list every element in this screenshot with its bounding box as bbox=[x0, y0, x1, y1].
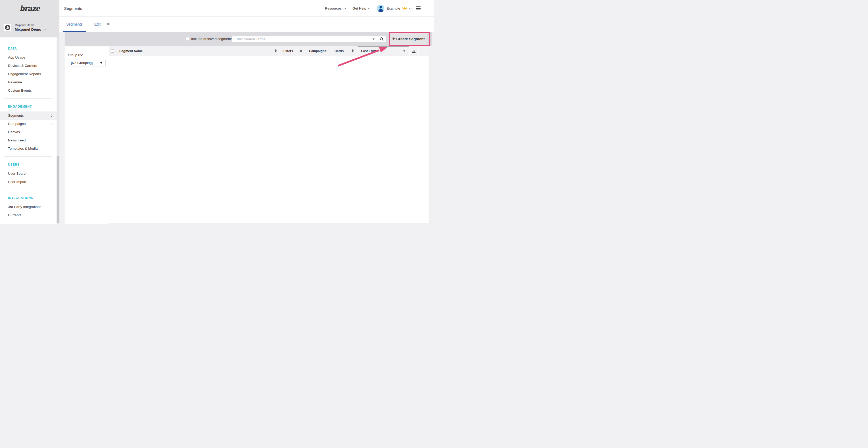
divider bbox=[4, 98, 53, 99]
sort-icon[interactable] bbox=[300, 49, 302, 53]
resources-menu[interactable]: Resources bbox=[325, 6, 346, 10]
top-bar-right: Resources Get Help Example bbox=[325, 0, 421, 17]
sidebar-item-segments[interactable]: Segments bbox=[0, 111, 57, 120]
segments-toolbar: Include archived segments + Create Segme… bbox=[65, 32, 432, 46]
workspace-text: Mixpanel Demo Mixpanel Demo bbox=[15, 24, 45, 32]
sidebar-item-3rd-party-integrations[interactable]: 3rd Party Integrations bbox=[0, 203, 57, 211]
sort-direction-caret-icon[interactable] bbox=[403, 50, 405, 52]
sidebar-item-label: Campaigns bbox=[8, 122, 26, 126]
avatar[interactable] bbox=[377, 5, 384, 12]
workspace-name: Mixpanel Demo bbox=[15, 27, 41, 32]
section-items: Segments Campaigns Canvas News Feed Temp… bbox=[0, 111, 57, 153]
analytics-chart-icon[interactable] bbox=[412, 49, 416, 54]
column-header-last-edited[interactable]: Last Edited bbox=[361, 46, 378, 56]
resources-label: Resources bbox=[325, 6, 342, 10]
tab-segments[interactable]: Segments bbox=[63, 17, 86, 32]
column-separator bbox=[409, 46, 410, 56]
sidebar-item-custom-events[interactable]: Custom Events bbox=[0, 87, 57, 95]
column-header-filters[interactable]: Filters bbox=[283, 46, 293, 56]
page-title: Segments bbox=[64, 0, 82, 17]
column-separator bbox=[279, 46, 280, 56]
sort-icon[interactable] bbox=[275, 49, 277, 53]
sidebar-item-campaigns[interactable]: Campaigns bbox=[0, 120, 57, 128]
sidebar-item-user-search[interactable]: User Search bbox=[0, 170, 57, 178]
column-separator bbox=[332, 46, 333, 56]
sidebar-item-devices-carriers[interactable]: Devices & Carriers bbox=[0, 62, 57, 70]
get-help-menu[interactable]: Get Help bbox=[352, 6, 370, 10]
tab-edit-test[interactable]: Edit 'Test' bbox=[90, 17, 105, 32]
sidebar-item-revenue[interactable]: Revenue bbox=[0, 78, 57, 87]
sidebar-item-currents[interactable]: Currents bbox=[0, 211, 57, 219]
column-separator bbox=[116, 46, 116, 56]
search-icon[interactable] bbox=[380, 37, 383, 42]
hamburger-menu-icon[interactable] bbox=[416, 6, 421, 11]
column-separator bbox=[418, 46, 419, 56]
create-segment-button[interactable]: + Create Segment bbox=[390, 33, 427, 45]
section-items: 3rd Party Integrations Currents bbox=[0, 203, 57, 219]
section-items: User Search User Import bbox=[0, 170, 57, 186]
plus-icon: + bbox=[393, 36, 395, 41]
workspace-icon: b bbox=[4, 24, 11, 31]
sidebar-item-engagement-reports[interactable]: Engagement Reports bbox=[0, 70, 57, 78]
column-header-campaigns[interactable]: Campaigns bbox=[309, 46, 326, 56]
sort-icon[interactable] bbox=[351, 49, 354, 53]
tab-bar: Segments Edit 'Test' ✖ bbox=[59, 17, 434, 32]
segments-content: Include archived segments + Create Segme… bbox=[59, 32, 434, 224]
close-tab-icon[interactable]: ✖ bbox=[107, 17, 110, 32]
sidebar-item-news-feed[interactable]: News Feed bbox=[0, 136, 57, 144]
search-box bbox=[232, 36, 386, 42]
include-archived-label: Include archived segments bbox=[191, 32, 233, 46]
account-name: Example bbox=[386, 6, 400, 10]
get-help-label: Get Help bbox=[352, 6, 366, 10]
sidebar-item-canvas[interactable]: Canvas bbox=[0, 128, 57, 136]
scrollbar-thumb[interactable] bbox=[57, 156, 60, 223]
braze-logo: braze bbox=[20, 4, 40, 12]
search-dropdown-caret-icon[interactable] bbox=[373, 38, 375, 40]
section-heading-data: DATA bbox=[8, 46, 57, 51]
column-header-cards[interactable]: Cards bbox=[335, 46, 344, 56]
workspace-app-name: Mixpanel Demo bbox=[15, 24, 45, 27]
sidebar-nav: DATA App Usage Devices & Carriers Engage… bbox=[0, 37, 57, 219]
group-by-panel: Group By: [No Grouping] bbox=[65, 46, 109, 224]
search-input[interactable] bbox=[232, 36, 386, 42]
sidebar-item-label: Segments bbox=[8, 113, 24, 117]
section-heading-users: USERS bbox=[8, 162, 57, 168]
sidebar-scrollbar[interactable] bbox=[57, 37, 60, 224]
group-by-label: Group By: bbox=[68, 53, 83, 57]
sidebar-item-templates-media[interactable]: Templates & Media bbox=[0, 144, 57, 153]
select-all-checkbox[interactable] bbox=[111, 49, 114, 53]
column-separator bbox=[358, 46, 358, 56]
chevron-right-icon bbox=[50, 114, 53, 117]
workspace-name-row: Mixpanel Demo bbox=[15, 27, 45, 32]
avatar-torso bbox=[378, 9, 383, 12]
section-items: App Usage Devices & Carriers Engagement … bbox=[0, 54, 57, 95]
column-header-segment-name[interactable]: Segment Name bbox=[119, 46, 143, 56]
table-body-empty bbox=[109, 56, 429, 223]
chevron-right-icon bbox=[50, 123, 53, 126]
logo-block: braze bbox=[0, 0, 59, 17]
chevron-down-icon bbox=[344, 7, 346, 9]
group-by-value: [No Grouping] bbox=[71, 59, 93, 67]
braze-dashboard: braze b Mixpanel Demo Mixpanel Demo DATA… bbox=[0, 0, 434, 224]
section-heading-engagement: ENGAGEMENT bbox=[8, 104, 57, 109]
section-heading-integrations: INTEGRATIONS bbox=[8, 195, 57, 201]
workspace-logo-icon: b bbox=[5, 25, 10, 30]
include-archived-checkbox[interactable] bbox=[186, 37, 189, 41]
group-by-select[interactable]: [No Grouping] bbox=[68, 59, 106, 67]
table-header: Segment Name Filters Campaigns Cards Las… bbox=[109, 46, 429, 56]
chevron-down-icon[interactable] bbox=[409, 7, 412, 9]
column-separator bbox=[306, 46, 306, 56]
chevron-down-icon bbox=[368, 7, 371, 9]
dropdown-caret-icon bbox=[100, 62, 102, 64]
sidebar-item-app-usage[interactable]: App Usage bbox=[0, 54, 57, 62]
top-bar: Segments Resources Get Help Example bbox=[59, 0, 434, 17]
chevron-down-icon bbox=[43, 28, 46, 30]
avatar-head bbox=[379, 6, 382, 8]
create-segment-label: Create Segment bbox=[396, 37, 425, 41]
workspace-selector[interactable]: b Mixpanel Demo Mixpanel Demo bbox=[0, 17, 59, 37]
sidebar-item-user-import[interactable]: User Import bbox=[0, 178, 57, 186]
crown-icon bbox=[402, 6, 407, 10]
sidebar: braze b Mixpanel Demo Mixpanel Demo DATA… bbox=[0, 0, 59, 224]
